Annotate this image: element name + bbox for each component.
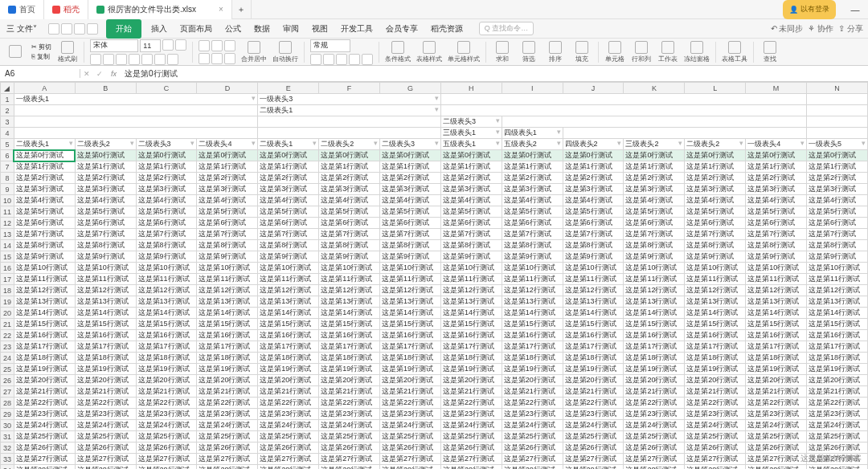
grid-cell[interactable]: 这是第5行测试 bbox=[258, 206, 319, 218]
grid-cell[interactable]: 这是第17行测试 bbox=[440, 341, 502, 353]
grid-cell[interactable]: 这是第14行测试 bbox=[440, 308, 502, 319]
grid-cell[interactable]: 这是第11行测试 bbox=[624, 274, 685, 285]
grid-cell[interactable]: 这是第9行测试 bbox=[14, 251, 75, 263]
grid-cell[interactable]: 这是第8行测试 bbox=[136, 240, 197, 251]
row-header[interactable]: 23 bbox=[1, 341, 14, 353]
grid-cell[interactable]: 这是第11行测试 bbox=[440, 274, 502, 285]
grid-cell[interactable]: 这是第2行测试 bbox=[258, 173, 319, 184]
row-header[interactable]: 28 bbox=[1, 398, 14, 409]
grid-cell[interactable]: 二级表头2 ▾ bbox=[685, 139, 746, 150]
grid-cell[interactable]: 这是第27行测试 bbox=[75, 454, 136, 465]
grid-cell[interactable]: 这是第15行测试 bbox=[380, 319, 441, 330]
grid-cell[interactable]: 这是第14行测试 bbox=[807, 308, 868, 319]
grid-cell[interactable]: 这是第20行测试 bbox=[624, 375, 685, 386]
dec-inc[interactable] bbox=[349, 54, 360, 65]
cell-button[interactable]: 单元格 bbox=[604, 41, 625, 63]
grid-cell[interactable]: 这是第0行测试 bbox=[197, 150, 258, 161]
number-format-select[interactable]: 常规 bbox=[310, 39, 350, 52]
grid-cell[interactable]: 这是第7行测试 bbox=[502, 229, 563, 240]
grid-cell[interactable]: 这是第22行测试 bbox=[807, 398, 868, 409]
grid-cell[interactable]: 这是第3行测试 bbox=[624, 184, 685, 195]
grid-cell[interactable]: 这是第13行测试 bbox=[319, 296, 380, 308]
col-header[interactable]: H bbox=[440, 83, 502, 94]
grid-cell[interactable]: 这是第25行测试 bbox=[75, 431, 136, 442]
grid-cell[interactable]: 这是第7行测试 bbox=[136, 229, 197, 240]
align-center[interactable] bbox=[211, 53, 223, 64]
grid-cell[interactable]: 这是第0行测试 bbox=[502, 150, 563, 161]
grid-cell[interactable]: 这是第25行测试 bbox=[563, 431, 624, 442]
grid-cell[interactable]: 这是第25行测试 bbox=[685, 431, 746, 442]
grid-cell[interactable]: 这是第27行测试 bbox=[440, 454, 502, 465]
grid-cell[interactable]: 这是第17行测试 bbox=[563, 341, 624, 353]
grid-cell[interactable]: 这是第1行测试 bbox=[258, 161, 319, 173]
grid-cell[interactable]: 这是第7行测试 bbox=[258, 229, 319, 240]
grid-cell[interactable]: 这是第0行测试 bbox=[746, 150, 807, 161]
grid-cell[interactable]: 这是第1行测试 bbox=[75, 161, 136, 173]
grid-cell[interactable]: 这是第14行测试 bbox=[563, 308, 624, 319]
merge-button[interactable]: 合并居中 bbox=[241, 41, 267, 63]
grid-cell[interactable]: 这是第25行测试 bbox=[197, 431, 258, 442]
comma-button[interactable] bbox=[336, 54, 347, 65]
undo-icon[interactable] bbox=[74, 23, 85, 35]
align-mid[interactable] bbox=[211, 40, 223, 51]
grid-cell[interactable]: 这是第24行测试 bbox=[136, 420, 197, 431]
grid-cell[interactable]: 这是第15行测试 bbox=[14, 319, 75, 330]
grid-cell[interactable] bbox=[14, 116, 257, 128]
row-header[interactable]: 32 bbox=[1, 442, 14, 454]
grid-cell[interactable]: 这是第5行测试 bbox=[685, 206, 746, 218]
grid-cell[interactable]: 这是第9行测试 bbox=[440, 251, 502, 263]
grid-cell[interactable]: 这是第10行测试 bbox=[440, 263, 502, 274]
grid-cell[interactable]: 这是第25行测试 bbox=[624, 431, 685, 442]
grid-cell[interactable]: 这是第17行测试 bbox=[136, 341, 197, 353]
grid-cell[interactable]: 这是第27行测试 bbox=[258, 454, 319, 465]
grid-cell[interactable]: 这是第2行测试 bbox=[380, 173, 441, 184]
grid-cell[interactable]: 这是第23行测试 bbox=[440, 409, 502, 420]
italic-button[interactable] bbox=[103, 54, 114, 65]
grid-cell[interactable]: 这是第0行测试 bbox=[563, 150, 624, 161]
grid-cell[interactable]: 这是第13行测试 bbox=[75, 296, 136, 308]
grid-cell[interactable]: 这是第2行测试 bbox=[319, 173, 380, 184]
grid-cell[interactable]: 这是第28行测试 bbox=[319, 465, 380, 470]
row-header[interactable]: 11 bbox=[1, 206, 14, 218]
grid-cell[interactable]: 这是第16行测试 bbox=[746, 330, 807, 341]
row-header[interactable]: 26 bbox=[1, 375, 14, 386]
grid-cell[interactable]: 二级表头1 ▾ bbox=[258, 105, 441, 116]
share-button[interactable]: ⇪ 分享 bbox=[838, 23, 863, 35]
sort-button[interactable]: 排序 bbox=[545, 41, 566, 63]
menu-data[interactable]: 数据 bbox=[248, 19, 276, 39]
grid-cell[interactable]: 这是第13行测试 bbox=[685, 296, 746, 308]
grid-cell[interactable]: 这是第28行测试 bbox=[746, 465, 807, 470]
grid-cell[interactable]: 这是第13行测试 bbox=[746, 296, 807, 308]
font-color-button[interactable] bbox=[141, 54, 153, 65]
grid-cell[interactable]: 这是第23行测试 bbox=[624, 409, 685, 420]
grid-cell[interactable]: 这是第12行测试 bbox=[380, 285, 441, 296]
grid-cell[interactable]: 这是第28行测试 bbox=[136, 465, 197, 470]
command-search[interactable]: Q 查找命令… bbox=[479, 22, 534, 35]
grid-cell[interactable]: 这是第21行测试 bbox=[258, 386, 319, 398]
redo-icon[interactable] bbox=[87, 23, 98, 35]
grid-cell[interactable]: 这是第8行测试 bbox=[380, 240, 441, 251]
grid-cell[interactable]: 这是第5行测试 bbox=[563, 206, 624, 218]
grid-cell[interactable]: 这是第22行测试 bbox=[197, 398, 258, 409]
align-bot[interactable] bbox=[224, 40, 235, 51]
grid-cell[interactable]: 这是第20行测试 bbox=[807, 375, 868, 386]
grid-cell[interactable] bbox=[807, 105, 868, 116]
grid-cell[interactable]: 这是第8行测试 bbox=[440, 240, 502, 251]
grid-cell[interactable]: 这是第20行测试 bbox=[440, 375, 502, 386]
row-header[interactable]: 16 bbox=[1, 263, 14, 274]
grid-cell[interactable]: 这是第7行测试 bbox=[440, 229, 502, 240]
grid-cell[interactable]: 这是第28行测试 bbox=[197, 465, 258, 470]
grid-cell[interactable]: 这是第18行测试 bbox=[14, 353, 75, 364]
grid-cell[interactable]: 这是第6行测试 bbox=[380, 218, 441, 229]
grid-cell[interactable]: 这是第27行测试 bbox=[685, 454, 746, 465]
grid-cell[interactable]: 这是第21行测试 bbox=[807, 386, 868, 398]
grid-cell[interactable]: 这是第26行测试 bbox=[563, 442, 624, 454]
grid-cell[interactable]: 这是第14行测试 bbox=[380, 308, 441, 319]
grid-cell[interactable]: 这是第21行测试 bbox=[563, 386, 624, 398]
grid-cell[interactable]: 这是第7行测试 bbox=[685, 229, 746, 240]
menu-page[interactable]: 页面布局 bbox=[174, 19, 219, 39]
grid-cell[interactable]: 这是第2行测试 bbox=[807, 173, 868, 184]
row-header[interactable]: 22 bbox=[1, 330, 14, 341]
grid-cell[interactable]: 这是第18行测试 bbox=[563, 353, 624, 364]
row-header[interactable]: 10 bbox=[1, 195, 14, 206]
